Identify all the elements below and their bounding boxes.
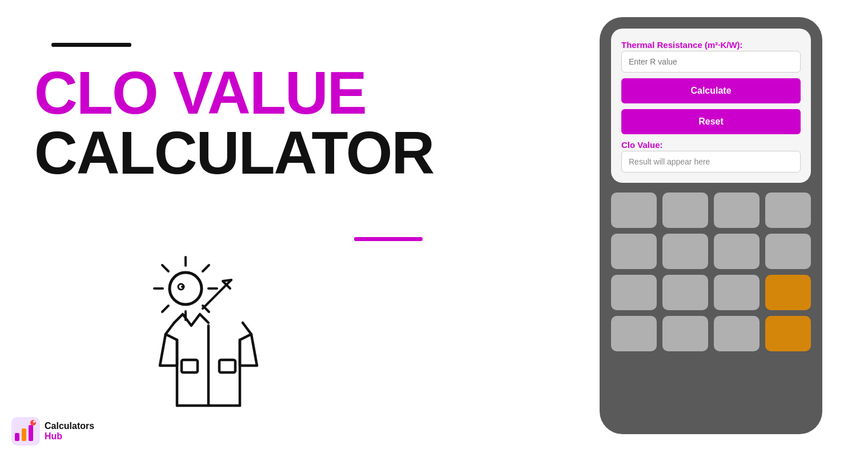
key-btn-6[interactable] xyxy=(662,234,708,269)
key-btn-4[interactable] xyxy=(765,193,811,228)
calculate-button[interactable]: Calculate xyxy=(621,78,801,103)
illustration xyxy=(114,228,314,411)
svg-point-8 xyxy=(170,272,202,304)
svg-rect-18 xyxy=(29,425,33,441)
svg-line-6 xyxy=(203,265,209,271)
result-display: Result will appear here xyxy=(621,151,801,173)
keypad xyxy=(611,190,811,354)
key-btn-5[interactable] xyxy=(611,234,657,269)
key-btn-10[interactable] xyxy=(662,275,708,310)
calculator-screen: Thermal Resistance (m²·K/W): Calculate R… xyxy=(611,29,811,183)
key-btn-7[interactable] xyxy=(714,234,760,269)
svg-rect-13 xyxy=(182,360,198,372)
svg-point-20 xyxy=(33,420,35,423)
svg-point-19 xyxy=(30,420,36,426)
key-btn-1[interactable] xyxy=(611,193,657,228)
key-btn-13[interactable] xyxy=(611,316,657,351)
reset-button[interactable]: Reset xyxy=(621,109,801,134)
svg-line-7 xyxy=(162,306,168,312)
logo-icon xyxy=(11,417,40,446)
key-btn-2[interactable] xyxy=(662,193,708,228)
title-container: CLO VALUE CALCULATOR xyxy=(34,63,405,183)
logo-text: Calculators Hub xyxy=(45,421,94,441)
key-btn-15[interactable] xyxy=(714,316,760,351)
clo-value-label: Clo Value: xyxy=(621,140,801,150)
svg-point-10 xyxy=(181,286,183,288)
key-btn-3[interactable] xyxy=(714,193,760,228)
key-btn-8[interactable] xyxy=(765,234,811,269)
svg-rect-14 xyxy=(219,360,235,372)
key-btn-14[interactable] xyxy=(662,316,708,351)
svg-rect-16 xyxy=(15,433,19,441)
key-btn-9[interactable] xyxy=(611,275,657,310)
calculator-device: Thermal Resistance (m²·K/W): Calculate R… xyxy=(600,17,822,434)
svg-line-4 xyxy=(162,265,168,271)
svg-rect-17 xyxy=(22,428,26,441)
decorative-line-top xyxy=(51,43,131,47)
thermal-resistance-label: Thermal Resistance (m²·K/W): xyxy=(621,40,801,50)
decorative-line-center xyxy=(354,237,423,241)
key-btn-12[interactable] xyxy=(765,275,811,310)
title-line2: CALCULATOR xyxy=(34,123,405,183)
key-btn-16[interactable] xyxy=(765,316,811,351)
key-btn-11[interactable] xyxy=(714,275,760,310)
logo-container: Calculators Hub xyxy=(11,417,94,446)
title-line1: CLO VALUE xyxy=(34,63,405,123)
r-value-input[interactable] xyxy=(621,51,801,73)
